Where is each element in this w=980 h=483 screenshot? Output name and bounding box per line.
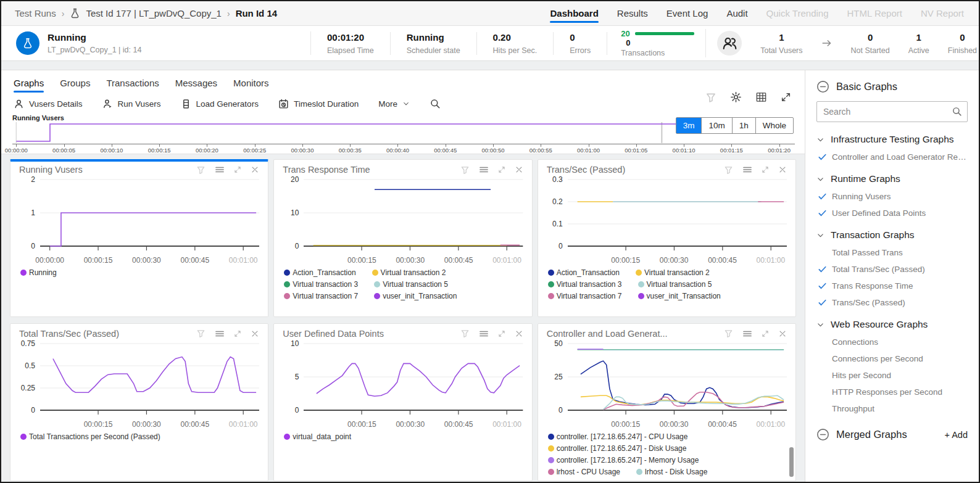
top-tab-audit[interactable]: Audit (726, 1, 747, 25)
chart-plot[interactable] (304, 176, 523, 255)
tab-transactions[interactable]: Transactions (106, 78, 159, 93)
filter-icon[interactable] (724, 329, 733, 338)
tab-graphs[interactable]: Graphs (14, 78, 44, 93)
range-10m-button[interactable]: 10m (702, 118, 732, 133)
chart-plot[interactable] (568, 176, 787, 255)
group-header-transaction-graphs[interactable]: Transaction Graphs (816, 229, 968, 241)
more-button[interactable]: More (378, 99, 410, 109)
tab-monitors[interactable]: Monitors (233, 78, 269, 93)
chart-plot[interactable] (568, 340, 787, 419)
menu-icon[interactable] (215, 329, 225, 339)
menu-icon[interactable] (479, 165, 489, 175)
legend-scrollbar[interactable] (789, 447, 794, 477)
expand-icon[interactable] (498, 330, 505, 337)
top-tab-dashboard[interactable]: Dashboard (550, 1, 598, 25)
legend-item[interactable]: Action_Transaction (284, 268, 355, 277)
close-icon[interactable] (515, 165, 523, 174)
legend-item[interactable]: Total Transactions per Second (Passed) (20, 432, 160, 441)
filter-icon[interactable] (724, 165, 733, 175)
expand-icon[interactable] (762, 166, 769, 173)
legend-item[interactable]: vuser_init_Transaction (638, 292, 721, 300)
legend-item[interactable]: Running (20, 268, 57, 277)
load-generators-button[interactable]: Load Generators (181, 99, 259, 109)
graph-item-controller-and-load-generator-resour[interactable]: Controller and Load Generator Resour... (818, 152, 968, 162)
gear-icon[interactable] (730, 91, 742, 103)
legend-item[interactable]: Virtual transaction 7 (284, 292, 358, 300)
menu-icon[interactable] (479, 329, 489, 339)
tab-groups[interactable]: Groups (60, 78, 90, 93)
run-vusers-button[interactable]: Run Vusers (102, 99, 161, 109)
graph-item-connections[interactable]: Connections (818, 337, 968, 347)
expand-icon[interactable] (781, 92, 791, 102)
expand-icon[interactable] (762, 330, 769, 337)
collapse-icon[interactable] (816, 80, 829, 93)
graph-item-trans-sec-passed[interactable]: Trans/Sec (Passed) (818, 298, 968, 307)
top-tab-event-log[interactable]: Event Log (666, 1, 708, 25)
legend-item[interactable]: Virtual transaction 5 (638, 280, 712, 289)
table-view-icon[interactable] (755, 91, 767, 103)
chart-plot[interactable] (40, 340, 259, 419)
close-icon[interactable] (251, 165, 259, 174)
legend-item[interactable]: Virtual transaction 2 (372, 268, 446, 277)
chart-plot[interactable] (304, 340, 523, 419)
legend-item[interactable]: Action_Transaction (548, 268, 620, 277)
range-3m-button[interactable]: 3m (676, 118, 702, 133)
graph-item-http-responses-per-second[interactable]: HTTP Responses per Second (818, 387, 968, 397)
vusers-icon[interactable] (717, 31, 742, 56)
expand-icon[interactable] (498, 166, 505, 173)
menu-icon[interactable] (742, 165, 752, 175)
breadcrumb-test-id[interactable]: Test Id 177 | LT_pwDvQ_Copy_1 (86, 8, 222, 19)
timeslot-duration-button[interactable]: Timeslot Duration (278, 99, 359, 109)
graph-item-hits-per-second[interactable]: Hits per Second (818, 371, 968, 380)
vusers-details-button[interactable]: Vusers Details (14, 99, 83, 109)
graph-item-total-trans-sec-passed[interactable]: Total Trans/Sec (Passed) (818, 265, 968, 274)
filter-icon[interactable] (196, 165, 206, 175)
legend-item[interactable]: virtual_data_point (284, 432, 351, 441)
graph-item-connections-per-second[interactable]: Connections per Second (818, 354, 968, 363)
legend-item[interactable]: controller. [172.18.65.247] - Memory Usa… (548, 456, 699, 464)
legend-item[interactable]: Virtual transaction 7 (548, 292, 622, 300)
tab-messages[interactable]: Messages (175, 78, 217, 93)
legend-item[interactable]: controller. [172.18.65.247] - CPU Usage (548, 432, 688, 441)
graph-item-running-vusers[interactable]: Running Vusers (818, 192, 968, 201)
legend-item[interactable]: Virtual transaction 3 (284, 280, 358, 289)
legend-item[interactable]: controller. [172.18.65.247] - Disk Usage (548, 444, 687, 453)
range-1h-button[interactable]: 1h (733, 118, 756, 133)
legend-item[interactable]: Virtual transaction 2 (636, 268, 710, 277)
close-icon[interactable] (778, 165, 787, 174)
breadcrumb-test-runs[interactable]: Test Runs (15, 8, 56, 19)
menu-icon[interactable] (742, 329, 752, 339)
close-icon[interactable] (251, 329, 259, 338)
legend-item[interactable]: lrhost - CPU Usage (548, 468, 620, 476)
expand-icon[interactable] (234, 330, 241, 337)
filter-icon[interactable] (196, 329, 206, 338)
legend-item[interactable]: lrhost - Memory Usage (548, 479, 631, 481)
group-header-web-resource-graphs[interactable]: Web Resource Graphs (816, 319, 968, 330)
graph-item-user-defined-data-points[interactable]: User Defined Data Points (818, 208, 968, 218)
close-icon[interactable] (778, 329, 787, 338)
search-icon[interactable] (952, 106, 962, 117)
add-merged-graph-button[interactable]: + Add (945, 430, 968, 440)
legend-item[interactable]: vuser_init_Transaction (374, 292, 457, 300)
menu-icon[interactable] (215, 165, 225, 175)
filter-icon[interactable] (460, 165, 470, 175)
legend-item[interactable]: Virtual transaction 5 (374, 280, 448, 289)
graph-item-trans-response-time[interactable]: Trans Response Time (818, 281, 968, 291)
legend-item[interactable]: Virtual transaction 3 (548, 280, 622, 289)
top-tab-results[interactable]: Results (617, 1, 648, 25)
chart-plot[interactable] (40, 176, 259, 255)
graph-search-input[interactable] (816, 101, 968, 122)
filter-icon[interactable] (705, 92, 716, 103)
close-icon[interactable] (515, 329, 523, 338)
search-icon[interactable] (430, 98, 441, 109)
group-header-runtime-graphs[interactable]: Runtime Graphs (816, 173, 968, 184)
collapse-icon[interactable] (816, 428, 829, 441)
graph-item-label: Connections (832, 337, 878, 347)
group-header-infrastructure-testing-graphs[interactable]: Infrastructure Testing Graphs (816, 134, 968, 145)
filter-icon[interactable] (460, 329, 470, 338)
graph-item-throughput[interactable]: Throughput (818, 404, 968, 413)
expand-icon[interactable] (234, 166, 241, 173)
graph-item-total-passed-trans[interactable]: Total Passed Trans (818, 248, 968, 257)
legend-item[interactable]: lrhost - Disk Usage (636, 468, 707, 476)
range-whole-button[interactable]: Whole (756, 118, 793, 133)
